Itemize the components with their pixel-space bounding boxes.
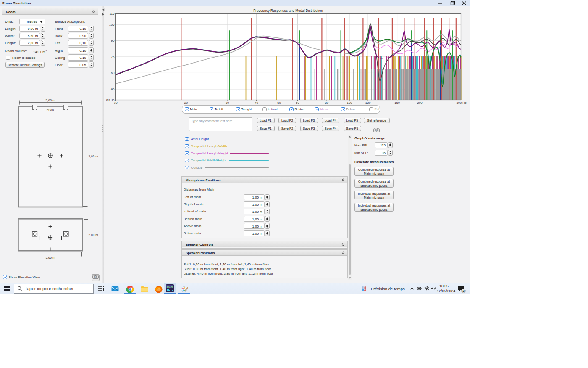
svg-text:50: 50 [277,101,281,105]
svg-text:200: 200 [417,101,423,105]
svg-text:300 Hz: 300 Hz [456,101,466,105]
svg-text:60: 60 [111,71,114,74]
svg-text:90: 90 [111,39,114,42]
svg-text:80: 80 [325,101,328,105]
svg-text:100: 100 [347,101,352,105]
svg-text:60: 60 [296,101,299,105]
svg-text:REW: REW [167,286,173,288]
svg-text:2: 2 [462,289,464,293]
svg-text:120: 120 [365,101,371,105]
svg-text:9,00 m: 9,00 m [89,154,98,158]
svg-text:160: 160 [394,101,400,105]
svg-text:45: 45 [111,87,114,91]
svg-text:5,60 m: 5,60 m [46,256,55,259]
svg-text:75: 75 [111,55,114,58]
svg-text:40: 40 [255,101,258,105]
svg-text:105: 105 [109,22,115,26]
svg-text:5,60 m: 5,60 m [46,98,55,102]
svg-text:115: 115 [109,12,114,16]
svg-text:Front: Front [47,108,54,111]
svg-text:2,80 m: 2,80 m [89,233,98,237]
svg-text:10: 10 [114,101,117,105]
svg-text:20: 20 [184,101,188,105]
svg-text:Frequency Responses and Modal: Frequency Responses and Modal Distributi… [253,8,323,12]
svg-text:dB 35: dB 35 [106,98,115,102]
svg-text:30: 30 [226,101,229,105]
